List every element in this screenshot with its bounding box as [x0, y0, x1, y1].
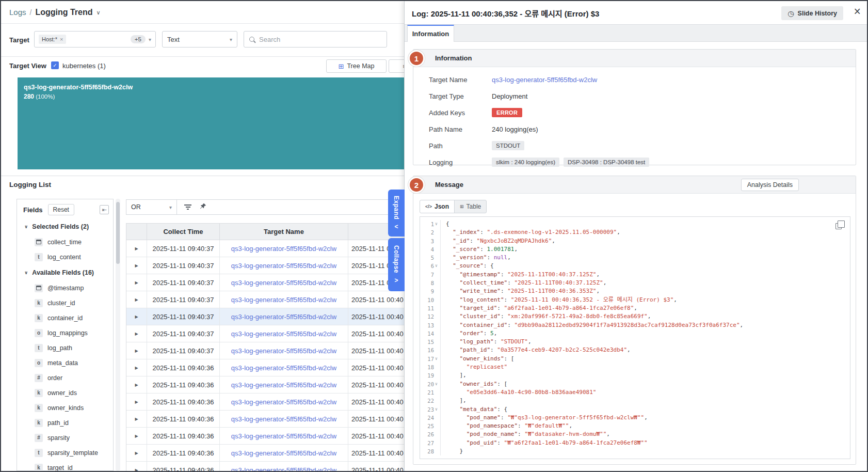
- field-item[interactable]: kcontainer_id: [17, 310, 113, 325]
- field-group-header[interactable]: ∨Available Fields (16): [17, 264, 113, 280]
- copy-icon[interactable]: [835, 223, 842, 229]
- table-row[interactable]: ▶2025-11-11 09:40:36qs3-log-generator-5f…: [126, 462, 404, 471]
- json-viewer[interactable]: 1∨23456∨7891011121314151617∨181920∨21222…: [420, 216, 850, 459]
- row-expand-icon[interactable]: ▶: [135, 280, 138, 285]
- target-name-link[interactable]: qs3-log-generator-5ff5f65fbd-w2clw: [231, 245, 336, 253]
- expand-row-cell[interactable]: ▶: [126, 376, 147, 394]
- remove-chip-icon[interactable]: ×: [60, 36, 63, 42]
- target-name-link[interactable]: qs3-log-generator-5ff5f65fbd-w2clw: [231, 279, 336, 287]
- operator-select[interactable]: OR ▾: [126, 200, 177, 214]
- row-expand-icon[interactable]: ▶: [135, 314, 138, 319]
- target-name-link[interactable]: qs3-log-generator-5ff5f65fbd-w2clw: [231, 449, 336, 457]
- field-item[interactable]: ktarget_id: [17, 460, 113, 471]
- breadcrumb-logs[interactable]: Logs: [9, 8, 26, 17]
- table-row[interactable]: ▶2025-11-11 09:40:37qs3-log-generator-5f…: [126, 342, 404, 359]
- expand-row-cell[interactable]: ▶: [126, 291, 147, 308]
- tree-map-button[interactable]: ⊞ Tree Map: [326, 59, 387, 73]
- collapse-line-icon[interactable]: ∨: [434, 380, 439, 388]
- field-item[interactable]: olog_mappings: [17, 325, 113, 340]
- target-name-link[interactable]: qs3-log-generator-5ff5f65fbd-w2clw: [231, 313, 336, 321]
- row-expand-icon[interactable]: ▶: [135, 451, 138, 455]
- caret-down-icon[interactable]: ▾: [149, 37, 151, 42]
- target-name-link[interactable]: qs3-log-generator-5ff5f65fbd-w2clw: [231, 398, 336, 406]
- row-expand-icon[interactable]: ▶: [135, 366, 138, 370]
- collapse-line-icon[interactable]: ∨: [434, 262, 439, 270]
- table-row[interactable]: ▶2025-11-11 09:40:36qs3-log-generator-5f…: [126, 394, 404, 411]
- expand-row-cell[interactable]: ▶: [126, 240, 147, 257]
- pin-icon[interactable]: [200, 202, 206, 212]
- table-row[interactable]: ▶2025-11-11 09:40:37qs3-log-generator-5f…: [126, 240, 404, 257]
- table-row[interactable]: ▶2025-11-11 09:40:37qs3-log-generator-5f…: [126, 291, 404, 308]
- row-expand-icon[interactable]: ▶: [135, 297, 138, 302]
- kubernetes-checkbox-label[interactable]: kubernetes (1): [62, 62, 106, 70]
- field-group-header[interactable]: ∨Selected Fields (2): [17, 218, 113, 234]
- col-collect-time[interactable]: Collect Time: [147, 224, 220, 240]
- expand-tab[interactable]: Expand <: [388, 190, 405, 237]
- target-name-link[interactable]: qs3-log-generator-5ff5f65fbd-w2clw: [231, 432, 336, 440]
- row-expand-icon[interactable]: ▶: [135, 263, 138, 268]
- collapse-line-icon[interactable]: ∨: [434, 355, 439, 363]
- analysis-details-button[interactable]: Analysis Details: [741, 179, 799, 191]
- tab-information[interactable]: Information: [407, 25, 454, 42]
- expand-row-cell[interactable]: ▶: [126, 257, 147, 274]
- row-expand-icon[interactable]: ▶: [135, 332, 138, 336]
- table-row[interactable]: ▶2025-11-11 09:40:37qs3-log-generator-5f…: [126, 257, 404, 274]
- expand-row-cell[interactable]: ▶: [126, 342, 147, 359]
- field-item[interactable]: ometa_data: [17, 355, 113, 370]
- field-item[interactable]: #sparsity: [17, 430, 113, 445]
- field-item[interactable]: tlog_content: [17, 249, 113, 264]
- collapse-line-icon[interactable]: ∨: [434, 405, 439, 414]
- slide-history-button[interactable]: ◷ Slide History: [781, 6, 843, 20]
- field-item[interactable]: kowner_ids: [17, 385, 113, 400]
- search-type-select[interactable]: Text ▾: [162, 31, 237, 48]
- field-item[interactable]: kpath_id: [17, 415, 113, 430]
- row-expand-icon[interactable]: ▶: [135, 246, 138, 251]
- field-item[interactable]: #order: [17, 370, 113, 385]
- field-item[interactable]: @timestamp: [17, 280, 113, 295]
- expand-row-cell[interactable]: ▶: [126, 411, 147, 428]
- target-name-link[interactable]: qs3-log-generator-5ff5f65fbd-w2clw: [231, 466, 336, 471]
- table-row[interactable]: ▶2025-11-11 09:40:37qs3-log-generator-5f…: [126, 274, 404, 291]
- tab-table[interactable]: ⊞ Table: [454, 200, 487, 213]
- table-row[interactable]: ▶2025-11-11 09:40:36qs3-log-generator-5f…: [126, 428, 404, 445]
- target-name-link[interactable]: qs3-log-generator-5ff5f65fbd-w2clw: [492, 76, 597, 84]
- target-name-link[interactable]: qs3-log-generator-5ff5f65fbd-w2clw: [231, 262, 336, 270]
- row-expand-icon[interactable]: ▶: [135, 400, 138, 404]
- col-target-name[interactable]: Target Name: [220, 224, 348, 240]
- fields-scrollbar[interactable]: [116, 199, 120, 471]
- expand-row-cell[interactable]: ▶: [126, 462, 147, 471]
- tab-json[interactable]: </> Json: [420, 200, 455, 213]
- table-row[interactable]: ▶2025-11-11 09:40:37qs3-log-generator-5f…: [126, 308, 404, 325]
- expand-row-cell[interactable]: ▶: [126, 359, 147, 376]
- target-name-link[interactable]: qs3-log-generator-5ff5f65fbd-w2clw: [231, 296, 336, 304]
- target-name-link[interactable]: qs3-log-generator-5ff5f65fbd-w2clw: [231, 381, 336, 389]
- table-row[interactable]: ▶2025-11-11 09:40:36qs3-log-generator-5f…: [126, 445, 404, 462]
- row-expand-icon[interactable]: ▶: [135, 434, 138, 438]
- reset-button[interactable]: Reset: [48, 204, 74, 215]
- target-multiselect[interactable]: Host:* × +5 ▾: [34, 31, 156, 48]
- more-filters-badge[interactable]: +5: [131, 35, 146, 43]
- kubernetes-checkbox[interactable]: ✓: [51, 61, 59, 69]
- table-row[interactable]: ▶2025-11-11 09:40:36qs3-log-generator-5f…: [126, 376, 404, 394]
- expand-row-cell[interactable]: ▶: [126, 428, 147, 445]
- scrollbar-thumb[interactable]: [116, 202, 120, 264]
- expand-row-cell[interactable]: ▶: [126, 308, 147, 325]
- field-item[interactable]: collect_time: [17, 234, 113, 249]
- field-item[interactable]: tlog_path: [17, 340, 113, 355]
- filter-icon[interactable]: [184, 204, 191, 210]
- row-expand-icon[interactable]: ▶: [135, 417, 138, 421]
- row-expand-icon[interactable]: ▶: [135, 468, 138, 471]
- page-title[interactable]: Logging Trend: [35, 8, 92, 17]
- target-name-link[interactable]: qs3-log-generator-5ff5f65fbd-w2clw: [231, 415, 336, 423]
- list-button[interactable]: ≡ List: [389, 59, 404, 73]
- collapse-tab[interactable]: Collapse >: [388, 238, 405, 291]
- table-row[interactable]: ▶2025-11-11 09:40:36qs3-log-generator-5f…: [126, 359, 404, 376]
- expand-row-cell[interactable]: ▶: [126, 445, 147, 462]
- field-item[interactable]: kowner_kinds: [17, 400, 113, 415]
- expand-row-cell[interactable]: ▶: [126, 394, 147, 411]
- expand-row-cell[interactable]: ▶: [126, 274, 147, 291]
- field-item[interactable]: tsparsity_template: [17, 445, 113, 460]
- target-name-link[interactable]: qs3-log-generator-5ff5f65fbd-w2clw: [231, 347, 336, 355]
- row-expand-icon[interactable]: ▶: [135, 383, 138, 387]
- host-filter-chip[interactable]: Host:* ×: [39, 35, 66, 44]
